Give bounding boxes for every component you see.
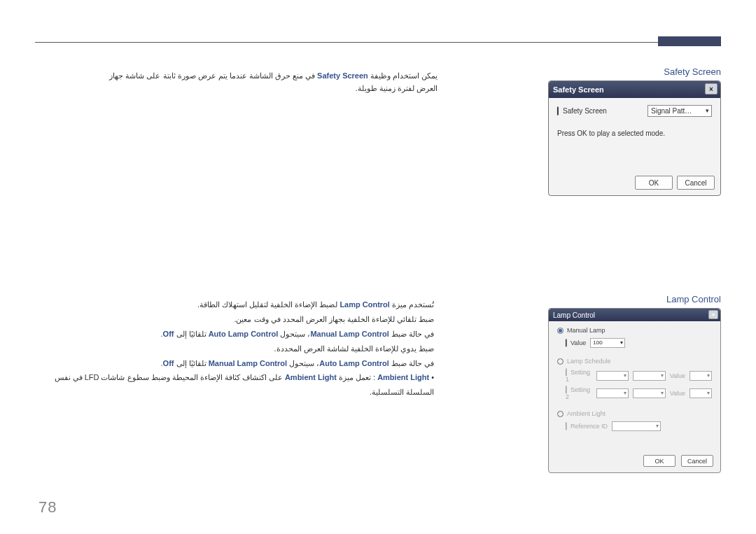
cancel-button[interactable]: Cancel — [677, 176, 715, 190]
lamp-schedule-radio-row[interactable]: Lamp Schedule — [557, 358, 712, 365]
dialog-titlebar: Safety Screen × — [549, 81, 720, 98]
feature-name: Auto Lamp Control — [319, 359, 389, 367]
minute-select — [633, 388, 665, 398]
lamp-control-heading: Lamp Control — [666, 294, 721, 304]
feature-name: Ambient Light — [285, 373, 337, 381]
safety-screen-paragraph: يمكن استخدام وظيفة Safety Screen في منع … — [88, 70, 438, 94]
value-label: ▎Value — [566, 339, 586, 346]
radio-icon[interactable] — [557, 411, 564, 417]
radio-icon[interactable] — [557, 358, 564, 365]
text: لضبط الإضاءة الخلفية لتقليل استهلاك الطا… — [197, 300, 340, 309]
radio-icon[interactable] — [557, 328, 564, 334]
off-label: Off — [163, 330, 174, 338]
text: : تعمل ميزة — [337, 373, 377, 381]
value-select[interactable]: 100 — [590, 338, 625, 348]
off-label: Off — [163, 359, 174, 367]
feature-name: Lamp Control — [340, 300, 390, 309]
page-number: 78 — [38, 498, 57, 517]
value-row: ▎Value 100 — [566, 338, 712, 348]
signal-pattern-select[interactable]: Signal Patt… — [648, 105, 712, 117]
reference-select — [612, 421, 661, 431]
hour-select — [596, 388, 629, 398]
reference-label: ▎Reference ID — [566, 423, 608, 430]
dialog-titlebar: Lamp Control × — [549, 309, 720, 321]
ambient-light-label: Ambient Light — [567, 410, 606, 417]
dialog-footer: OK Cancel — [643, 455, 713, 467]
lamp-control-dialog: Lamp Control × Manual Lamp ▎Value 100 La… — [548, 308, 721, 473]
lamp-schedule-label: Lamp Schedule — [567, 358, 611, 365]
close-icon[interactable]: × — [705, 83, 718, 94]
safety-screen-heading: Safety Screen — [664, 66, 721, 77]
text: ، سيتحول — [278, 330, 310, 338]
feature-name: Ambient Light — [377, 373, 429, 381]
dialog-title: Safety Screen — [553, 85, 604, 94]
close-icon[interactable]: × — [708, 310, 718, 319]
feature-name: Auto Lamp Control — [209, 330, 279, 338]
top-rule — [35, 42, 721, 43]
dialog-body: ▎Safety Screen Signal Patt… Press OK to … — [549, 98, 720, 144]
dialog-message: Press OK to play a selected mode. — [557, 129, 712, 137]
dialog-title: Lamp Control — [553, 311, 595, 319]
reference-row: ▎Reference ID — [566, 421, 712, 431]
safety-screen-dialog: Safety Screen × ▎Safety Screen Signal Pa… — [548, 80, 721, 196]
manual-lamp-radio-row[interactable]: Manual Lamp — [557, 327, 712, 334]
dialog-body: Manual Lamp ▎Value 100 Lamp Schedule ▎Se… — [549, 321, 720, 440]
setting2-label: ▎Setting 2 — [566, 386, 592, 400]
hour-select — [596, 371, 629, 381]
minute-select — [633, 371, 665, 381]
ok-button[interactable]: OK — [635, 176, 673, 190]
safety-screen-row: ▎Safety Screen Signal Patt… — [557, 105, 712, 117]
text: في حالة ضبط — [389, 359, 434, 367]
text: تلقائيًا إلى — [174, 330, 208, 338]
value-label: Value — [670, 390, 685, 397]
page-tab — [658, 36, 721, 46]
feature-name: Safety Screen — [317, 71, 368, 80]
text: ضبط يدوي للإضاءة الخلفية لشاشة العرض الم… — [42, 342, 434, 356]
feature-name: Manual Lamp Control — [310, 330, 388, 338]
text: ضبط تلقائي للإضاءة الخلفية بجهاز العرض ا… — [42, 312, 434, 327]
ok-button[interactable]: OK — [643, 455, 676, 467]
setting1-label: ▎Setting 1 — [566, 369, 592, 383]
setting2-row: ▎Setting 2 Value — [566, 386, 712, 400]
text: يمكن استخدام وظيفة — [368, 71, 438, 80]
dialog-footer: OK Cancel — [635, 176, 715, 190]
setting1-row: ▎Setting 1 Value — [566, 369, 712, 383]
manual-lamp-label: Manual Lamp — [567, 327, 606, 334]
safety-screen-label: ▎Safety Screen — [557, 107, 607, 115]
ambient-light-radio-row[interactable]: Ambient Light — [557, 410, 712, 417]
lamp-control-paragraphs: تُستخدم ميزة Lamp Control لضبط الإضاءة ا… — [42, 297, 434, 400]
feature-name: Manual Lamp Control — [209, 359, 287, 367]
text: في حالة ضبط — [389, 330, 434, 338]
text: تُستخدم ميزة — [390, 300, 434, 309]
text: تلقائيًا إلى — [174, 359, 208, 367]
cancel-button[interactable]: Cancel — [681, 455, 713, 467]
value-select — [690, 388, 712, 398]
text: ، سيتحول — [287, 359, 319, 367]
value-label: Value — [670, 372, 685, 379]
value-select — [690, 371, 712, 381]
